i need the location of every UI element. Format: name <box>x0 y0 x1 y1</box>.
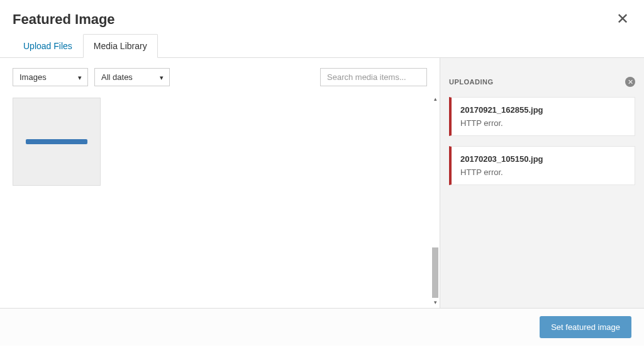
scroll-down-icon[interactable]: ▾ <box>432 299 438 305</box>
tab-media-library[interactable]: Media Library <box>83 34 158 58</box>
close-icon[interactable]: ✕ <box>614 11 631 26</box>
scroll-up-icon[interactable]: ▴ <box>432 96 438 102</box>
tab-upload-files[interactable]: Upload Files <box>13 34 83 58</box>
scrollbar-thumb[interactable] <box>432 247 438 298</box>
upload-filename: 20170203_105150.jpg <box>460 154 626 164</box>
upload-error-text: HTTP error. <box>460 118 626 128</box>
uploading-heading: UPLOADING <box>449 78 494 86</box>
filter-date-select[interactable]: All dates <box>94 68 170 86</box>
side-panel: UPLOADING ✕ 20170921_162855.jpg HTTP err… <box>440 58 644 308</box>
scrollbar[interactable]: ▴ ▾ <box>432 96 438 305</box>
modal-footer: Set featured image <box>0 309 644 346</box>
modal-title: Featured Image <box>13 11 115 28</box>
upload-progress-bar <box>26 139 87 144</box>
upload-error-text: HTTP error. <box>460 167 626 177</box>
upload-error-item: 20170921_162855.jpg HTTP error. <box>449 97 635 136</box>
filter-type-select[interactable]: Images <box>13 68 88 86</box>
main-panel: Images All dates ▴ ▾ <box>0 58 440 308</box>
dismiss-errors-icon[interactable]: ✕ <box>625 77 635 87</box>
search-input[interactable] <box>320 68 427 86</box>
set-featured-image-button[interactable]: Set featured image <box>540 316 631 338</box>
upload-error-item: 20170203_105150.jpg HTTP error. <box>449 146 635 185</box>
tab-row: Upload Files Media Library <box>0 34 644 58</box>
upload-filename: 20170921_162855.jpg <box>460 105 626 115</box>
attachment-uploading-thumb[interactable] <box>13 98 101 186</box>
